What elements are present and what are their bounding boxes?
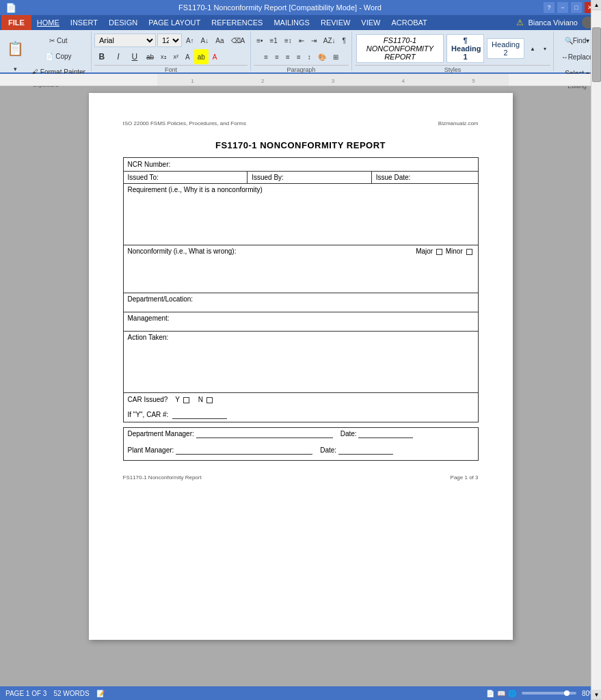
decrease-font-button[interactable]: A↓ bbox=[198, 33, 212, 48]
ncr-row: NCR Number: bbox=[123, 158, 478, 172]
increase-indent-button[interactable]: ⇥ bbox=[308, 33, 319, 48]
justify-button[interactable]: ≡ bbox=[294, 49, 304, 64]
styles-scroll-up[interactable]: ▲ bbox=[527, 41, 538, 56]
dept-location-label: Department/Location: bbox=[128, 295, 193, 303]
emphasis-style[interactable]: FS1170-1 NONCONFORMITY REPORT bbox=[356, 34, 444, 63]
form-table: NCR Number: Issued To: Issued By: Issue … bbox=[123, 157, 479, 461]
action-cell: Action Taken: bbox=[123, 332, 478, 393]
issued-to-label: Issued To: bbox=[128, 174, 159, 181]
home-menu[interactable]: HOME bbox=[31, 15, 65, 30]
multilevel-button[interactable]: ≡↕ bbox=[282, 33, 295, 48]
align-left-button[interactable]: ≡ bbox=[261, 49, 271, 64]
issue-date-label: Issue Date: bbox=[376, 174, 411, 181]
issued-row: Issued To: Issued By: Issue Date: bbox=[123, 172, 478, 184]
file-menu[interactable]: FILE bbox=[1, 15, 31, 30]
decrease-indent-button[interactable]: ⇤ bbox=[296, 33, 307, 48]
action-taken-label: Action Taken: bbox=[128, 334, 169, 341]
styles-label: Styles bbox=[355, 65, 550, 73]
clipboard-section: 📋 ▾ ✂ Cut 📄 Copy 🖌 Format Painter Clipbo… bbox=[0, 31, 92, 71]
superscript-button[interactable]: x² bbox=[171, 49, 182, 64]
show-marks-button[interactable]: ¶ bbox=[340, 33, 349, 48]
bold-button[interactable]: B bbox=[94, 49, 109, 64]
heading1-style[interactable]: ¶ Heading 1 bbox=[446, 34, 484, 63]
major-checkbox[interactable] bbox=[436, 249, 442, 255]
page-layout-menu[interactable]: PAGE LAYOUT bbox=[143, 15, 206, 30]
italic-button[interactable]: I bbox=[111, 49, 126, 64]
view-menu[interactable]: VIEW bbox=[356, 15, 386, 30]
align-center-button[interactable]: ≡ bbox=[272, 49, 282, 64]
issue-date-cell: Issue Date: bbox=[371, 172, 478, 184]
car-y-checkbox[interactable] bbox=[183, 397, 189, 403]
review-menu[interactable]: REVIEW bbox=[315, 15, 356, 30]
window-title: FS1170-1 Nonconformity Report [Compatibi… bbox=[16, 3, 544, 12]
major-label: Major bbox=[416, 247, 433, 255]
subscript-button[interactable]: x₂ bbox=[158, 49, 170, 64]
text-effects-button[interactable]: A bbox=[183, 49, 193, 64]
align-right-button[interactable]: ≡ bbox=[283, 49, 293, 64]
cut-button[interactable]: ✂ Cut bbox=[29, 33, 88, 48]
mailings-menu[interactable]: MAILINGS bbox=[268, 15, 315, 30]
dept-manager-field[interactable] bbox=[196, 430, 333, 438]
minor-checkbox[interactable] bbox=[466, 249, 472, 255]
ncr-cell: NCR Number: bbox=[123, 158, 478, 172]
acrobat-menu[interactable]: ACROBAT bbox=[386, 15, 432, 30]
minor-label: Minor bbox=[446, 247, 463, 255]
strikethrough-button[interactable]: ab bbox=[144, 49, 157, 64]
ribbon: 📋 ▾ ✂ Cut 📄 Copy 🖌 Format Painter Clipbo… bbox=[0, 30, 601, 74]
dept-manager-row: Department Manager: Date: bbox=[123, 428, 478, 444]
if-y-car-label: If "Y", CAR #: bbox=[128, 411, 169, 418]
design-menu[interactable]: DESIGN bbox=[103, 15, 143, 30]
increase-font-button[interactable]: A↑ bbox=[183, 33, 197, 48]
plant-manager-field[interactable] bbox=[176, 446, 312, 455]
issued-to-cell: Issued To: bbox=[123, 172, 248, 184]
scroll-up-arrow[interactable]: ▲ bbox=[591, 0, 601, 10]
dept-row: Department/Location: bbox=[123, 293, 478, 312]
dept-date-field[interactable] bbox=[358, 430, 413, 438]
scrollbar[interactable]: ▲ ▼ bbox=[591, 0, 601, 647]
document-page: ISO 22000 FSMS Policies, Procedures, and… bbox=[89, 93, 513, 640]
car-n-checkbox[interactable] bbox=[206, 397, 213, 403]
spacer-row bbox=[123, 422, 478, 428]
heading2-style[interactable]: Heading 2 bbox=[487, 38, 524, 59]
line-spacing-button[interactable]: ↕ bbox=[305, 49, 314, 64]
page-footer: FS1170-1 Nonconformity Report Page 1 of … bbox=[123, 474, 479, 481]
styles-section: FS1170-1 NONCONFORMITY REPORT ¶ Heading … bbox=[352, 31, 554, 71]
references-menu[interactable]: REFERENCES bbox=[206, 15, 268, 30]
page-header: ISO 22000 FSMS Policies, Procedures, and… bbox=[123, 120, 479, 126]
maximize-button[interactable]: □ bbox=[571, 2, 582, 13]
shading-button[interactable]: 🎨 bbox=[315, 49, 329, 64]
nonconformity-row: Nonconformity (i.e., What is wrong): Maj… bbox=[123, 245, 478, 293]
help-button[interactable]: ? bbox=[544, 2, 555, 13]
issued-by-label: Issued By: bbox=[252, 174, 284, 181]
menu-bar: FILE HOME INSERT DESIGN PAGE LAYOUT REFE… bbox=[0, 15, 601, 30]
nonconformity-cell: Nonconformity (i.e., What is wrong): Maj… bbox=[123, 245, 478, 293]
plant-manager-row: Plant Manager: Date: bbox=[123, 444, 478, 461]
styles-more[interactable]: ▾ bbox=[541, 41, 549, 56]
requirement-label: Requirement (i.e., Why it is a nonconfor… bbox=[128, 186, 263, 193]
borders-button[interactable]: ⊞ bbox=[330, 49, 341, 64]
copy-button[interactable]: 📄 Copy bbox=[29, 49, 88, 64]
requirement-cell: Requirement (i.e., Why it is a nonconfor… bbox=[123, 184, 478, 245]
change-case-button[interactable]: Aa bbox=[213, 33, 226, 48]
sort-button[interactable]: AZ↓ bbox=[321, 33, 338, 48]
plant-date-field[interactable] bbox=[338, 446, 393, 455]
document-title: FS1170-1 NONCONFORMITY REPORT bbox=[123, 140, 479, 150]
font-size-select[interactable]: 12 bbox=[157, 33, 182, 47]
paste-button[interactable]: 📋 bbox=[3, 36, 27, 61]
car-number-field[interactable] bbox=[172, 411, 227, 419]
dept-date-label: Date: bbox=[340, 430, 357, 438]
header-right: Bizmanualz.com bbox=[438, 120, 479, 126]
car-issued-cell: CAR Issued? Y N If "Y", CAR #: bbox=[123, 393, 478, 422]
font-family-select[interactable]: Arial bbox=[94, 33, 156, 47]
underline-button[interactable]: U bbox=[127, 49, 142, 64]
minimize-button[interactable]: − bbox=[557, 2, 568, 13]
requirement-row: Requirement (i.e., Why it is a nonconfor… bbox=[123, 184, 478, 245]
font-color-button[interactable]: A bbox=[210, 49, 220, 64]
scroll-thumb[interactable] bbox=[592, 27, 601, 82]
clear-format-button[interactable]: ⌫A bbox=[228, 33, 248, 48]
font-label: Font bbox=[94, 65, 248, 73]
highlight-button[interactable]: ab bbox=[194, 49, 209, 64]
bullets-button[interactable]: ≡• bbox=[254, 33, 265, 48]
insert-menu[interactable]: INSERT bbox=[65, 15, 103, 30]
numbering-button[interactable]: ≡1 bbox=[267, 33, 280, 48]
